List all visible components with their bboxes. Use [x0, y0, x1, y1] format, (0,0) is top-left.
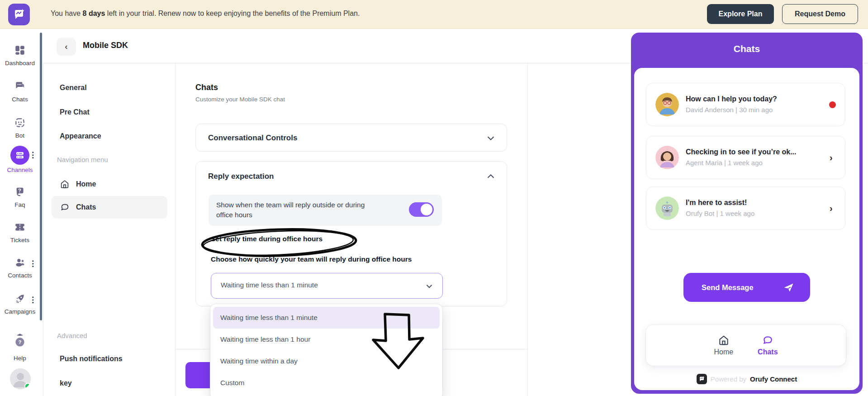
chat-message: Checking in to see if you’re ok... [686, 148, 823, 156]
chevron-right-icon: › [830, 203, 836, 214]
reply-time-select[interactable]: Waiting time less than 1 minute [211, 273, 443, 299]
bot-icon [13, 116, 27, 129]
reply-time-dropdown: Waiting time less than 1 minute Waiting … [210, 304, 442, 396]
sidebar-item-tickets[interactable]: Tickets [0, 220, 40, 243]
conversational-controls-card[interactable]: Conversational Controls [195, 124, 507, 152]
chat-message: How can I help you today? [686, 95, 822, 103]
chat-meta: Orufy Bot | 1 week ago [686, 210, 754, 217]
send-plane-icon [783, 281, 795, 294]
chat-spark-icon [12, 8, 26, 21]
user-avatar[interactable] [10, 368, 31, 389]
powered-by-row: Powered by Orufy Connect [634, 374, 859, 384]
chat-meta: Agent Maria | 1 week ago [686, 159, 763, 167]
trial-banner-text: You have 8 days left in your trial. Rene… [51, 10, 360, 18]
online-status-dot [24, 383, 31, 389]
set-reply-time-label: Set reply time during office hours [211, 235, 323, 243]
chats-icon [13, 80, 27, 93]
nav-item-push-notifications[interactable]: Push notifications [60, 355, 123, 363]
tickets-icon [13, 220, 27, 234]
reply-time-select-value: Waiting time less than 1 minute [221, 281, 318, 289]
sidebar-item-faq[interactable]: Faq [0, 185, 40, 208]
nav-section-navigation-menu: Navigation menu [57, 156, 108, 163]
send-message-button[interactable]: Send Message [683, 273, 810, 302]
chevron-down-icon[interactable] [486, 133, 496, 143]
request-demo-button[interactable]: Request Demo [782, 4, 858, 24]
dropdown-option-custom[interactable]: Custom [213, 372, 440, 394]
section-title: Chats [195, 83, 218, 92]
svg-text:?: ? [18, 339, 21, 345]
contacts-icon [13, 256, 27, 269]
nav-section-advanced: Advanced [57, 332, 87, 339]
reply-expectation-title: Reply expectation [208, 162, 274, 191]
explore-plan-button[interactable]: Explore Plan [707, 4, 774, 24]
chat-list-item-orufy-bot[interactable]: I'm here to assist! Orufy Bot | 1 week a… [646, 186, 845, 230]
dropdown-option-less-1-hour[interactable]: Waiting time less than 1 hour [213, 329, 440, 350]
help-icon: ? [13, 331, 27, 351]
nav-item-appearance[interactable]: Appearance [60, 132, 101, 140]
dropdown-option-less-1-minute[interactable]: Waiting time less than 1 minute [213, 307, 440, 329]
select-chevron-down-icon [424, 281, 434, 291]
sidebar-item-chats[interactable]: Chats [0, 80, 40, 103]
home-icon [718, 334, 730, 346]
powered-brand[interactable]: Orufy Connect [750, 375, 797, 383]
sidebar-item-dashboard[interactable]: Dashboard [0, 43, 40, 67]
nav-item-pre-chat[interactable]: Pre Chat [60, 108, 90, 116]
avatar-david [655, 93, 679, 116]
page-title: Mobile SDK [83, 41, 128, 50]
campaigns-icon [13, 292, 27, 305]
trial-banner: You have 8 days left in your trial. Rene… [0, 0, 868, 29]
powered-by-text: Powered by [711, 375, 746, 383]
conversational-controls-title: Conversational Controls [208, 124, 297, 152]
preview-tab-chats[interactable]: Chats [758, 334, 778, 356]
campaigns-menu-dots[interactable]: ⋮ [29, 295, 37, 305]
chat-bubble-icon [762, 334, 773, 346]
faq-icon [13, 185, 27, 199]
reply-toggle-box: Show when the team will reply outside or… [209, 195, 442, 226]
preview-tab-home[interactable]: Home [714, 334, 733, 356]
chevron-right-icon: › [830, 153, 836, 163]
avatar-bot [655, 196, 679, 220]
reply-expectation-card: Reply expectation Show when the team wil… [195, 161, 507, 306]
reply-toggle-label: Show when the team will reply outside or… [216, 200, 379, 220]
nav-item-home[interactable]: Home [52, 173, 167, 196]
chevron-up-icon[interactable] [486, 172, 496, 181]
dropdown-option-within-a-day[interactable]: Waiting time within a day [213, 350, 440, 372]
chat-message: I'm here to assist! [686, 199, 823, 207]
reply-visibility-toggle[interactable] [409, 202, 434, 217]
app-logo[interactable] [8, 4, 30, 25]
app-root: You have 8 days left in your trial. Rene… [0, 0, 868, 396]
sidebar-scrollbar[interactable] [40, 33, 42, 320]
dashboard-icon [13, 43, 27, 57]
toggle-knob [421, 204, 432, 215]
chat-list-item-david[interactable]: How can I help you today? David Anderson… [646, 83, 845, 126]
channels-icon [10, 146, 29, 165]
settings-nav: General Pre Chat Appearance Navigation m… [43, 63, 175, 396]
nav-item-general[interactable]: General [60, 84, 87, 92]
contacts-menu-dots[interactable]: ⋮ [29, 259, 37, 268]
home-icon [60, 179, 70, 189]
choose-reply-speed-label: Choose how quickly your team will reply … [211, 255, 412, 263]
chat-bubble-icon [60, 202, 70, 212]
icon-sidebar: Dashboard Chats Bot Channels ⋮ Faq [0, 29, 43, 396]
chat-panel-title: Chats [631, 43, 863, 54]
channels-menu-dots[interactable]: ⋮ [29, 150, 37, 160]
sidebar-item-help[interactable]: ? Help [0, 331, 40, 362]
sidebar-item-bot[interactable]: Bot [0, 116, 40, 139]
preview-tab-bar: Home Chats [646, 325, 846, 366]
chat-panel-body: How can I help you today? David Anderson… [634, 68, 859, 390]
chat-list-item-maria[interactable]: Checking in to see if you’re ok... Agent… [646, 136, 845, 179]
back-button[interactable]: ‹ [57, 38, 76, 56]
section-subtitle: Customize your Mobile SDK chat [195, 96, 285, 103]
unread-dot [829, 101, 836, 108]
trial-days-left: 8 days [83, 10, 105, 17]
chat-meta: David Anderson | 30 min ago [686, 106, 773, 114]
orufy-mini-logo [697, 374, 707, 384]
chat-preview-panel: Chats How can I help you today? David An… [631, 33, 863, 394]
nav-item-key[interactable]: key [60, 379, 72, 387]
nav-item-chats[interactable]: Chats [52, 196, 167, 219]
avatar-maria [655, 146, 679, 169]
